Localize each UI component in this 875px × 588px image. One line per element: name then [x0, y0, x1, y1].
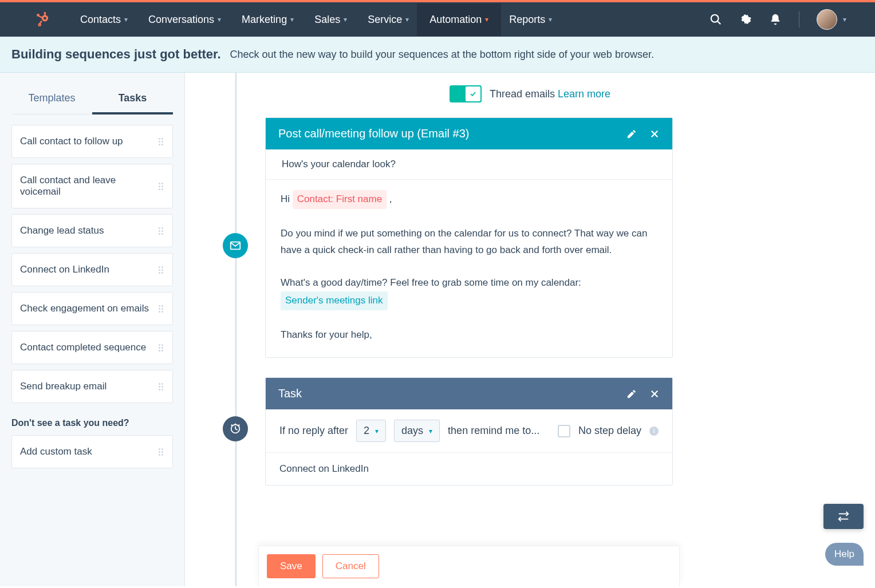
close-icon[interactable] — [649, 389, 660, 399]
task-item-label: Connect on LinkedIn — [20, 264, 109, 275]
nav-item-sales[interactable]: Sales▾ — [314, 3, 347, 36]
sidebar-tabs: Templates Tasks — [11, 85, 173, 115]
tab-tasks[interactable]: Tasks — [92, 85, 173, 115]
footer-actions: Save Cancel — [258, 546, 680, 586]
email-card: Post call/meeting follow up (Email #3) H… — [265, 117, 673, 358]
nav-item-marketing[interactable]: Marketing▾ — [242, 3, 294, 36]
task-item-label: Contact completed sequence — [20, 342, 146, 353]
chevron-down-icon: ▾ — [549, 15, 552, 23]
main: Templates Tasks Call contact to follow u… — [0, 73, 875, 586]
cancel-button[interactable]: Cancel — [322, 554, 379, 578]
chevron-down-icon: ▾ — [843, 15, 846, 23]
drag-handle-icon[interactable] — [159, 227, 164, 235]
svg-point-8 — [711, 15, 719, 22]
contact-firstname-token[interactable]: Contact: First name — [293, 190, 387, 209]
check-icon — [464, 85, 482, 102]
chevron-down-icon: ▾ — [375, 427, 379, 435]
chevron-down-icon: ▾ — [344, 15, 347, 23]
nav-item-reports[interactable]: Reports▾ — [509, 3, 552, 36]
drag-handle-icon[interactable] — [159, 448, 164, 456]
close-icon[interactable] — [649, 129, 660, 139]
banner-title: Building sequences just got better. — [11, 47, 221, 62]
chevron-down-icon: ▾ — [218, 15, 221, 23]
help-button[interactable]: Help — [825, 543, 864, 566]
delay-unit-select[interactable]: days▾ — [394, 420, 440, 442]
chevron-down-icon: ▾ — [405, 15, 409, 23]
thread-emails-toggle[interactable] — [450, 85, 482, 102]
chevron-down-icon: ▾ — [429, 427, 432, 435]
save-button[interactable]: Save — [267, 554, 316, 578]
task-suffix: then remind me to... — [448, 425, 539, 437]
chevron-down-icon: ▾ — [124, 15, 128, 23]
sidebar: Templates Tasks Call contact to follow u… — [0, 73, 185, 586]
task-condition-row: If no reply after 2▾ days▾ then remind m… — [266, 409, 672, 453]
delay-qty-select[interactable]: 2▾ — [356, 420, 386, 442]
drag-handle-icon[interactable] — [159, 383, 164, 390]
info-icon[interactable]: i — [649, 427, 659, 436]
account-menu[interactable]: ▾ — [817, 9, 846, 30]
task-item-label: Change lead status — [20, 225, 104, 236]
settings-icon[interactable] — [739, 13, 752, 26]
task-card-title: Task — [278, 387, 302, 400]
info-banner: Building sequences just got better. Chec… — [0, 37, 875, 73]
nav-item-conversations[interactable]: Conversations▾ — [148, 3, 221, 36]
task-item[interactable]: Contact completed sequence — [11, 331, 173, 364]
email-closing: Thanks for your help, — [281, 327, 657, 344]
sidebar-subheading: Don't see a task you need? — [11, 418, 173, 428]
thread-emails-label: Thread emails Learn more — [490, 88, 610, 100]
avatar — [817, 9, 837, 30]
nav-items: Contacts▾ Conversations▾ Marketing▾ Sale… — [80, 3, 552, 36]
tab-templates[interactable]: Templates — [11, 85, 92, 114]
nav-item-automation[interactable]: Automation▾ — [417, 3, 501, 36]
notifications-icon[interactable] — [769, 13, 782, 26]
svg-line-15 — [235, 429, 238, 430]
task-item-label: Call contact and leave voicemail — [20, 175, 159, 198]
task-prefix: If no reply after — [279, 425, 348, 437]
add-custom-task[interactable]: Add custom task — [11, 435, 173, 468]
nav-item-contacts[interactable]: Contacts▾ — [80, 3, 128, 36]
timeline-line — [235, 73, 237, 586]
drag-handle-icon[interactable] — [159, 266, 164, 274]
drag-handle-icon[interactable] — [159, 138, 164, 145]
switch-builder-button[interactable] — [823, 504, 864, 529]
chevron-down-icon: ▾ — [290, 15, 294, 23]
email-body[interactable]: Hi Contact: First name , Do you mind if … — [266, 180, 672, 357]
svg-point-4 — [44, 12, 46, 14]
task-step-icon — [223, 416, 248, 441]
email-subject[interactable]: How's your calendar look? — [266, 149, 672, 180]
svg-point-16 — [235, 424, 236, 425]
nav-item-service[interactable]: Service▾ — [368, 3, 409, 36]
divider — [799, 11, 799, 27]
no-step-delay-checkbox[interactable] — [558, 425, 570, 437]
add-custom-task-label: Add custom task — [20, 446, 92, 457]
task-item[interactable]: Check engagement on emails — [11, 292, 173, 325]
drag-handle-icon[interactable] — [159, 305, 164, 313]
svg-point-2 — [44, 17, 46, 19]
search-icon[interactable] — [710, 13, 722, 26]
task-body[interactable]: Connect on LinkedIn — [266, 453, 672, 485]
svg-line-9 — [718, 21, 721, 25]
task-item[interactable]: Call contact and leave voicemail — [11, 164, 173, 208]
svg-point-7 — [38, 23, 40, 25]
task-item[interactable]: Call contact to follow up — [11, 125, 173, 158]
banner-text: Check out the new way to build your sequ… — [230, 49, 654, 61]
email-card-title: Post call/meeting follow up (Email #3) — [278, 127, 469, 140]
task-item[interactable]: Change lead status — [11, 214, 173, 247]
learn-more-link[interactable]: Learn more — [558, 88, 610, 100]
hubspot-logo[interactable] — [34, 12, 49, 27]
navbar: Contacts▾ Conversations▾ Marketing▾ Sale… — [0, 2, 875, 37]
task-item-label: Check engagement on emails — [20, 303, 149, 314]
task-item[interactable]: Connect on LinkedIn — [11, 253, 173, 286]
email-paragraph: Do you mind if we put something on the c… — [281, 226, 657, 259]
drag-handle-icon[interactable] — [159, 183, 164, 190]
edit-icon[interactable] — [626, 129, 637, 139]
task-item-label: Send breakup email — [20, 381, 107, 392]
meetings-link-token[interactable]: Sender's meetings link — [281, 291, 388, 310]
drag-handle-icon[interactable] — [159, 344, 164, 352]
email-card-header: Post call/meeting follow up (Email #3) — [266, 118, 672, 149]
chevron-down-icon: ▾ — [485, 15, 488, 23]
edit-icon[interactable] — [626, 389, 637, 399]
task-item-label: Call contact to follow up — [20, 136, 123, 147]
task-card: Task If no reply after 2▾ days▾ then rem… — [265, 377, 673, 486]
task-item[interactable]: Send breakup email — [11, 370, 173, 403]
